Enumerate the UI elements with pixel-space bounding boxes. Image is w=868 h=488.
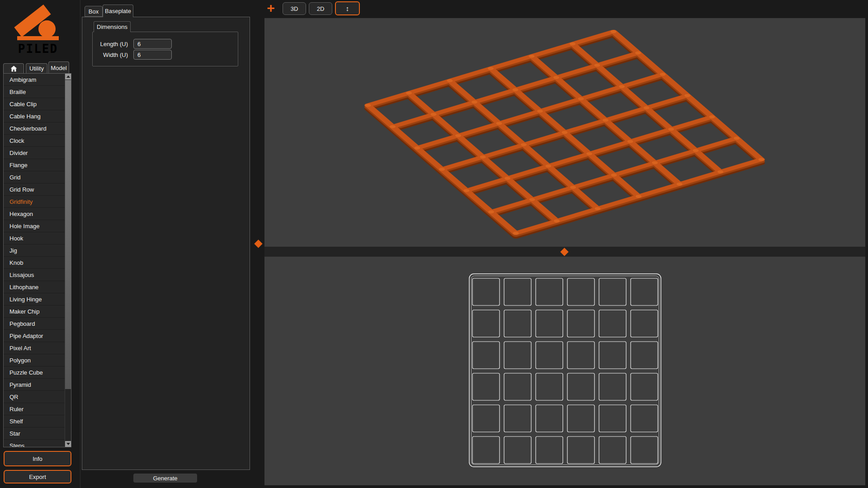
scroll-down-button[interactable] — [65, 441, 71, 447]
model-list-item[interactable]: Hole Image — [4, 220, 65, 232]
model-list-item[interactable]: Knob — [4, 257, 65, 269]
model-list-item[interactable]: Hook — [4, 232, 65, 244]
model-list-item[interactable]: Cable Hang — [4, 110, 65, 122]
app-logo-icon — [11, 3, 63, 43]
scroll-up-button[interactable] — [65, 74, 71, 80]
width-input[interactable] — [133, 50, 172, 60]
tab-home[interactable] — [3, 63, 24, 73]
view-2d-button[interactable]: 2D — [309, 2, 332, 15]
model-list-item[interactable]: Star — [4, 427, 65, 440]
home-icon — [10, 66, 17, 72]
dimensions-group — [92, 32, 238, 66]
model-list-item[interactable]: Pegboard — [4, 318, 65, 330]
length-label: Length (U) — [92, 41, 128, 47]
model-list-item[interactable]: Jig — [4, 244, 65, 257]
model-list-item[interactable]: Cable Clip — [4, 98, 65, 110]
baseplate-2d-render — [264, 257, 865, 485]
tab-box[interactable]: Box — [85, 6, 103, 17]
export-button[interactable]: Export — [4, 470, 71, 483]
model-list-item[interactable]: Hexagon — [4, 208, 65, 220]
dimensions-group-title: Dimensions — [94, 21, 131, 32]
column-divider — [80, 0, 80, 488]
tab-utility[interactable]: Utility — [26, 63, 47, 73]
model-list-item[interactable]: Pipe Adaptor — [4, 330, 65, 342]
model-list-items: AmbigramBrailleCable ClipCable HangCheck… — [4, 74, 65, 447]
viewport-2d[interactable] — [264, 257, 865, 485]
triangle-up-icon — [66, 75, 70, 78]
model-list-item[interactable]: Polygon — [4, 354, 65, 366]
model-list-item[interactable]: Ruler — [4, 403, 65, 415]
model-list-item[interactable]: Steps — [4, 440, 65, 447]
updown-arrow-icon: ↕ — [346, 5, 349, 12]
generate-button[interactable]: Generate — [133, 474, 197, 483]
width-label: Width (U) — [92, 52, 128, 58]
tab-baseplate[interactable]: Baseplate — [103, 5, 133, 17]
app-window: PILED Utility Model AmbigramBrailleCable… — [0, 0, 868, 488]
editor-panel — [82, 17, 250, 470]
view-3d-button[interactable]: 3D — [283, 2, 306, 15]
scrollbar-thumb[interactable] — [65, 80, 71, 389]
flip-view-button[interactable]: ↕ — [335, 1, 360, 15]
model-list-item[interactable]: Clock — [4, 135, 65, 147]
model-list-item[interactable]: Living Hinge — [4, 293, 65, 305]
model-list-item[interactable]: Checkerboard — [4, 122, 65, 135]
model-list-item[interactable]: Lithophane — [4, 281, 65, 293]
model-list-item[interactable]: Ambigram — [4, 74, 65, 86]
model-list-item[interactable]: Maker Chip — [4, 305, 65, 318]
viewport-3d[interactable] — [264, 18, 865, 247]
model-list-item[interactable]: Grid — [4, 171, 65, 183]
model-list-item[interactable]: Pixel Art — [4, 342, 65, 354]
tab-model[interactable]: Model — [48, 61, 69, 74]
model-list-item[interactable]: Braille — [4, 86, 65, 98]
model-list-item[interactable]: Grid Row — [4, 183, 65, 196]
scrollbar — [65, 74, 71, 447]
triangle-down-icon — [66, 443, 70, 445]
length-input[interactable] — [133, 39, 172, 49]
info-button[interactable]: Info — [4, 451, 71, 466]
baseplate-3d-render — [264, 18, 865, 247]
model-list-item[interactable]: QR — [4, 391, 65, 403]
model-list-item[interactable]: Lissajous — [4, 269, 65, 281]
model-list-item[interactable]: Pyramid — [4, 379, 65, 391]
model-list-item[interactable]: Shelf — [4, 415, 65, 427]
model-list: AmbigramBrailleCable ClipCable HangCheck… — [3, 73, 71, 447]
model-list-item[interactable]: Puzzle Cube — [4, 366, 65, 379]
model-list-item[interactable]: Flange — [4, 159, 65, 171]
app-logo-title: PILED — [16, 42, 60, 56]
add-icon[interactable]: + — [265, 2, 277, 15]
model-list-item[interactable]: Divider — [4, 147, 65, 159]
model-list-item[interactable]: Gridfinity — [4, 196, 65, 208]
